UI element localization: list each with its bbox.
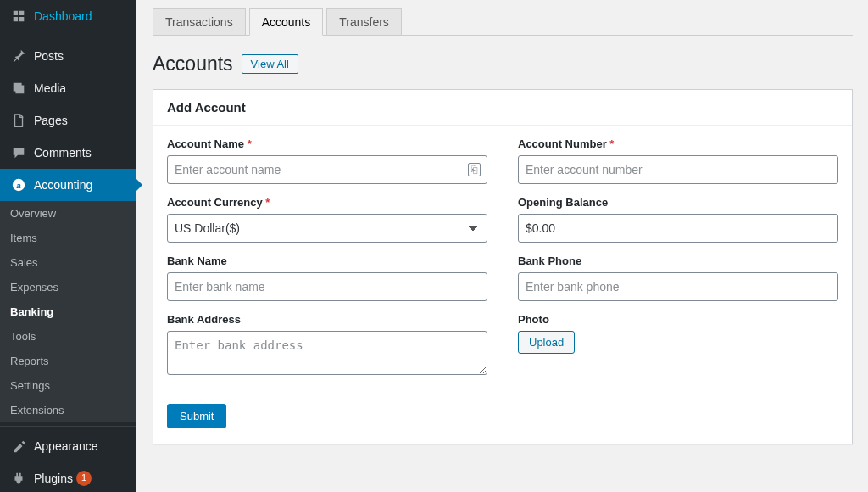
comments-icon <box>10 144 27 161</box>
label-bank-phone: Bank Phone <box>518 254 838 267</box>
required-icon: * <box>265 196 270 209</box>
submenu-extensions[interactable]: Extensions <box>0 398 136 422</box>
submenu-overview[interactable]: Overview <box>0 201 136 226</box>
menu-media[interactable]: Media <box>0 72 136 104</box>
svg-text:a: a <box>16 181 21 190</box>
field-bank-name: Bank Name <box>167 254 487 301</box>
panel-footer: Submit <box>153 392 852 444</box>
submenu-sales[interactable]: Sales <box>0 250 136 275</box>
menu-separator <box>0 426 136 427</box>
account-name-input[interactable] <box>167 155 487 184</box>
label-account-currency: Account Currency * <box>167 196 487 209</box>
menu-label: Comments <box>34 146 92 159</box>
menu-separator <box>0 36 136 36</box>
menu-posts[interactable]: Posts <box>0 40 136 72</box>
plugins-badge: 1 <box>76 471 92 485</box>
submenu-tools[interactable]: Tools <box>0 324 136 349</box>
admin-sidebar: Dashboard Posts Media Pages Comments a A… <box>0 0 136 492</box>
panel-title: Add Account <box>153 90 852 126</box>
menu-label: Plugins <box>34 472 73 485</box>
active-pointer-icon <box>136 178 142 192</box>
tab-transfers[interactable]: Transfers <box>326 8 402 35</box>
opening-balance-input[interactable] <box>518 214 838 243</box>
label-bank-address: Bank Address <box>167 313 487 326</box>
label-account-name: Account Name * <box>167 137 487 150</box>
view-all-button[interactable]: View All <box>242 54 298 74</box>
required-icon: * <box>609 137 614 150</box>
main-content: Transactions Accounts Transfers Accounts… <box>136 0 868 492</box>
submenu-settings[interactable]: Settings <box>0 373 136 398</box>
page-title: Accounts <box>153 53 233 75</box>
menu-plugins[interactable]: Plugins 1 <box>0 462 136 492</box>
plugins-icon <box>10 470 27 487</box>
content-tabs: Transactions Accounts Transfers <box>153 8 853 36</box>
pages-icon <box>10 112 27 129</box>
menu-accounting[interactable]: a Accounting <box>0 169 136 201</box>
input-wrap: ⎗ <box>167 155 487 184</box>
media-icon <box>10 80 27 97</box>
page-header: Accounts View All <box>153 53 853 75</box>
submenu-expenses[interactable]: Expenses <box>0 275 136 299</box>
tab-accounts[interactable]: Accounts <box>249 8 324 36</box>
dashboard-icon <box>10 8 27 25</box>
submenu-items[interactable]: Items <box>0 226 136 250</box>
label-opening-balance: Opening Balance <box>518 196 838 209</box>
field-photo: Photo Upload <box>518 313 838 375</box>
menu-dashboard[interactable]: Dashboard <box>0 0 136 32</box>
upload-button[interactable]: Upload <box>518 331 575 354</box>
field-account-number: Account Number * <box>518 137 838 184</box>
field-opening-balance: Opening Balance <box>518 196 838 243</box>
submenu-banking[interactable]: Banking <box>0 299 136 324</box>
menu-label: Accounting <box>34 178 92 192</box>
field-account-currency: Account Currency * US Dollar($) <box>167 196 487 243</box>
menu-comments[interactable]: Comments <box>0 137 136 169</box>
label-account-number: Account Number * <box>518 137 838 150</box>
pin-icon <box>10 48 27 64</box>
bank-name-input[interactable] <box>167 272 487 301</box>
appearance-icon <box>10 438 27 455</box>
label-photo: Photo <box>518 313 838 326</box>
bank-address-textarea[interactable] <box>167 331 487 375</box>
submit-button[interactable]: Submit <box>167 404 226 428</box>
accounting-icon: a <box>10 176 27 193</box>
account-number-input[interactable] <box>518 155 838 184</box>
account-currency-select[interactable]: US Dollar($) <box>167 214 487 243</box>
label-bank-name: Bank Name <box>167 254 487 267</box>
tab-transactions[interactable]: Transactions <box>153 8 246 35</box>
field-bank-address: Bank Address <box>167 313 487 375</box>
submenu-accounting: Overview Items Sales Expenses Banking To… <box>0 201 136 422</box>
field-account-name: Account Name * ⎗ <box>167 137 487 184</box>
menu-label: Media <box>34 81 66 95</box>
menu-label: Posts <box>34 49 64 63</box>
menu-pages[interactable]: Pages <box>0 104 136 137</box>
field-bank-phone: Bank Phone <box>518 254 838 301</box>
menu-label: Pages <box>34 114 68 127</box>
bank-phone-input[interactable] <box>518 272 838 301</box>
required-icon: * <box>248 137 252 150</box>
menu-label: Dashboard <box>34 9 92 23</box>
form-body: Account Name * ⎗ Account Number * Accoun… <box>153 126 852 392</box>
add-account-panel: Add Account Account Name * ⎗ Account Num… <box>153 89 853 444</box>
menu-label: Appearance <box>34 439 98 453</box>
submenu-reports[interactable]: Reports <box>0 349 136 373</box>
menu-appearance[interactable]: Appearance <box>0 430 136 462</box>
